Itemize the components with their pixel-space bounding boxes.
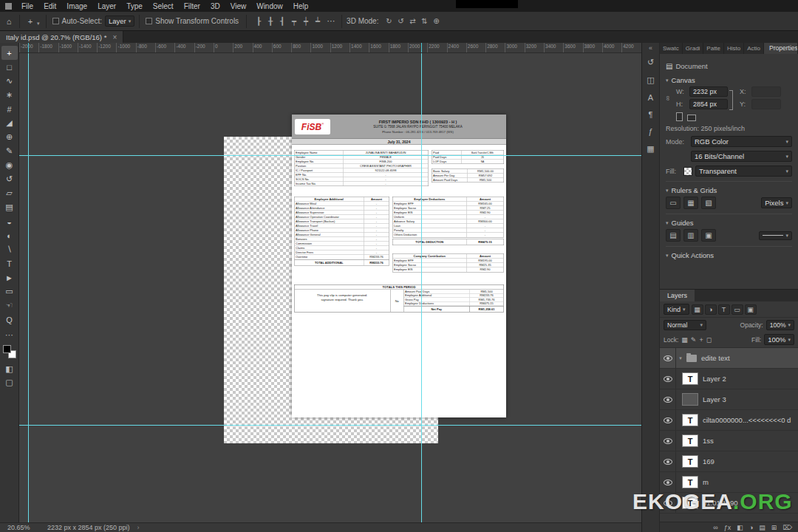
auto-select-checkbox[interactable] <box>52 18 59 24</box>
healing-brush-tool[interactable]: ⊕ <box>1 130 18 144</box>
tab-close-icon[interactable]: × <box>112 33 117 41</box>
history-panel-icon[interactable]: ↺ <box>647 58 654 67</box>
tab-layers[interactable]: Layers <box>660 290 695 301</box>
clear-guides-icon[interactable]: ▣ <box>701 229 716 242</box>
bit-depth-dropdown[interactable]: 16 Bits/Channel ▾ <box>691 151 792 162</box>
menu-file[interactable]: File <box>16 2 38 10</box>
lock-transparent-icon[interactable]: ▦ <box>681 336 688 344</box>
tab-properties[interactable]: Properties <box>764 43 798 54</box>
layer-visibility-toggle[interactable] <box>660 410 676 430</box>
move-tool-options-icon[interactable]: + <box>24 15 36 28</box>
new-layer-icon[interactable]: ⊞ <box>771 524 777 531</box>
zoom-tool[interactable]: Q <box>1 313 18 327</box>
screen-mode-icon[interactable]: ▢ <box>4 375 16 389</box>
align-right-icon[interactable]: ┨ <box>277 15 287 28</box>
guide-vertical-2[interactable] <box>421 53 422 522</box>
horizontal-ruler[interactable]: -2000-1800-1600-1400-1200-1000-800-600-4… <box>19 43 641 53</box>
layer-visibility-toggle[interactable] <box>660 431 676 451</box>
blend-mode-dropdown[interactable]: Normal ▾ <box>664 320 706 330</box>
menu-help[interactable]: Help <box>288 2 314 10</box>
layer-visibility-toggle[interactable] <box>660 348 676 368</box>
filter-adjustment-icon[interactable]: ◑ <box>705 304 717 315</box>
canvas-y-field[interactable] <box>751 99 781 109</box>
history-brush-tool[interactable]: ↺ <box>1 172 18 186</box>
align-top-icon[interactable]: ┯ <box>289 15 299 28</box>
type-tool[interactable]: T <box>1 256 18 270</box>
tab-swatc[interactable]: Swatc <box>660 43 683 54</box>
layer-name[interactable]: Layer 2 <box>703 375 798 383</box>
filter-type-icon[interactable]: T <box>718 304 730 315</box>
document-tab[interactable]: Italy id.psd @ 20.7% (RGB/16) * × <box>0 31 123 43</box>
menu-select[interactable]: Select <box>148 2 179 10</box>
guide-style-dropdown[interactable]: ▾ <box>759 231 792 240</box>
edit-toolbar-icon[interactable]: ⋯ <box>4 328 16 341</box>
layer-filter-kind-dropdown[interactable]: Kind ▾ <box>664 304 689 315</box>
layer-fill-dropdown[interactable]: 100% ▾ <box>764 334 794 345</box>
status-arrow-icon[interactable]: › <box>137 524 140 531</box>
3d-pan-icon[interactable]: ⇄ <box>407 15 417 28</box>
layer-row-cilta0000000-0-d[interactable]: Tcilta0000000...<<<<<<<<0 d <box>660 410 798 431</box>
guide-vertical-1[interactable] <box>28 53 29 522</box>
auto-select-target-dropdown[interactable]: Layer ▾ <box>105 16 134 27</box>
layer-name[interactable]: Layer 3 <box>703 395 798 403</box>
dodge-tool[interactable]: ◐ <box>1 228 18 242</box>
layer-visibility-toggle[interactable] <box>660 369 676 389</box>
guide-horizontal-2[interactable] <box>19 425 641 426</box>
ruler-toggle-icon[interactable]: ▭ <box>666 197 681 209</box>
layer-visibility-toggle[interactable] <box>660 389 676 409</box>
zoom-level-field[interactable]: 20.65% <box>7 524 38 531</box>
3d-rotate-icon[interactable]: ↻ <box>383 15 394 28</box>
layer-row-1ss[interactable]: T1ss <box>660 431 798 451</box>
layer-group-icon[interactable]: ▤ <box>759 524 765 531</box>
home-icon[interactable]: ⌂ <box>3 15 15 28</box>
align-center-h-icon[interactable]: ╂ <box>265 15 276 28</box>
align-center-v-icon[interactable]: ┿ <box>301 15 311 28</box>
tab-patte[interactable]: Patte <box>703 43 724 54</box>
color-mode-dropdown[interactable]: RGB Color ▾ <box>691 136 792 147</box>
layer-row-edite-text[interactable]: ▾edite text <box>660 348 798 369</box>
filter-shape-icon[interactable]: ▭ <box>732 304 743 315</box>
blur-tool[interactable]: ◒ <box>1 214 18 228</box>
color-swatches[interactable] <box>3 345 16 358</box>
menu-window[interactable]: Window <box>251 2 288 10</box>
landscape-orientation-icon[interactable] <box>687 115 696 121</box>
align-bottom-icon[interactable]: ┷ <box>313 15 323 28</box>
tool-preset-arrow-icon[interactable]: ▾ <box>37 21 40 27</box>
add-guide-icon[interactable]: ▤ <box>666 229 681 242</box>
delete-layer-icon[interactable]: ⌦ <box>782 524 792 531</box>
lock-all-icon[interactable]: ◻ <box>706 336 712 344</box>
opacity-dropdown[interactable]: 100% ▾ <box>766 320 794 330</box>
align-left-icon[interactable]: ┠ <box>253 15 264 28</box>
portrait-orientation-icon[interactable] <box>676 112 683 121</box>
eyedropper-tool[interactable]: ◢ <box>1 116 18 130</box>
paragraph-panel-icon[interactable]: ¶ <box>649 110 653 119</box>
menu-filter[interactable]: Filter <box>179 2 205 10</box>
menu-type[interactable]: Type <box>121 2 148 10</box>
clone-stamp-tool[interactable]: ◉ <box>1 158 18 172</box>
guides-section-header[interactable]: ▾ Guides <box>666 214 792 227</box>
rulers-grids-section-header[interactable]: ▾ Rulers & Grids <box>666 181 792 194</box>
libraries-panel-icon[interactable]: ▦ <box>647 144 654 154</box>
canvas-section-header[interactable]: ▾ Canvas <box>666 75 792 84</box>
layer-effects-icon[interactable]: ƒx <box>724 524 732 531</box>
canvas-area[interactable]: FiSB® FIRST IMPERIO SDN BHD ( 1300923 - … <box>19 53 641 522</box>
layer-name[interactable]: edite text <box>701 354 798 362</box>
menu-3d[interactable]: 3D <box>205 2 225 10</box>
lock-paint-icon[interactable]: ✎ <box>691 336 697 344</box>
move-tool[interactable]: + <box>1 46 18 60</box>
layer-name[interactable]: m <box>703 478 798 486</box>
canvas-x-field[interactable] <box>751 86 781 97</box>
filter-smart-icon[interactable]: ▣ <box>745 304 757 315</box>
shape-tool[interactable]: ▭ <box>1 284 18 299</box>
canvas-height-field[interactable]: 2854 px <box>689 99 728 109</box>
canvas-width-field[interactable]: 2232 px <box>689 86 728 97</box>
lasso-tool[interactable]: ∿ <box>1 74 18 88</box>
layer-name[interactable]: 169 <box>703 457 798 466</box>
adjustment-layer-icon[interactable]: ◑ <box>749 524 753 531</box>
snap-grid-icon[interactable]: ▧ <box>701 197 716 209</box>
quick-actions-section-header[interactable]: ▾ Quick Actions <box>666 246 792 259</box>
guide-layout-icon[interactable]: ▥ <box>683 229 698 242</box>
layer-visibility-toggle[interactable] <box>660 451 676 471</box>
quick-selection-tool[interactable]: ∗ <box>1 88 18 102</box>
3d-scale-icon[interactable]: ⊕ <box>431 15 441 28</box>
